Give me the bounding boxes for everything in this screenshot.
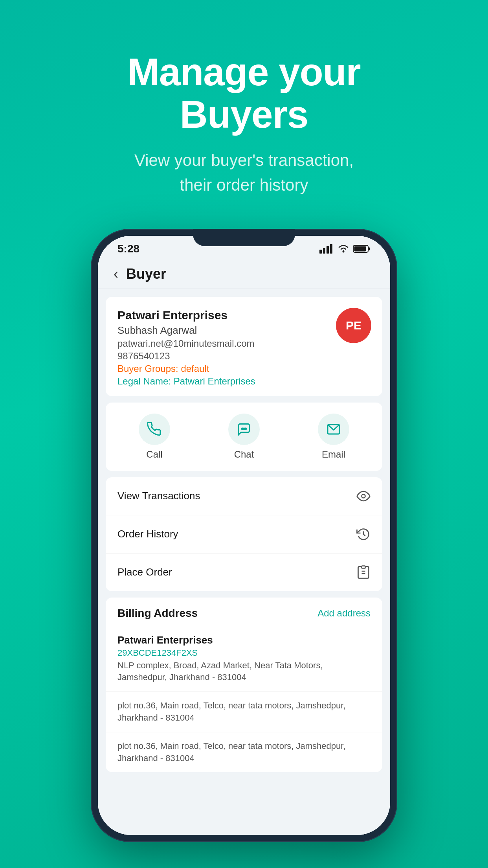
main-title: Manage your Buyers <box>0 51 488 136</box>
header-section: Manage your Buyers View your buyer's tra… <box>0 0 488 221</box>
svg-point-4 <box>343 250 345 252</box>
svg-point-8 <box>242 428 243 429</box>
call-action[interactable]: Call <box>139 414 170 460</box>
chat-icon-circle <box>228 414 260 445</box>
wifi-icon <box>338 244 349 254</box>
address-text-1: NLP complex, Broad, Azad Market, Near Ta… <box>117 660 371 684</box>
phone-screen: 5:28 <box>98 236 390 835</box>
address-item-3: plot no.36, Main road, Telco, near tata … <box>106 732 382 772</box>
svg-point-10 <box>245 428 246 429</box>
status-time: 5:28 <box>117 243 139 255</box>
phone-icon <box>147 422 161 436</box>
address-item-2: plot no.36, Main road, Telco, near tata … <box>106 691 382 732</box>
buyer-legal: Legal Name: Patwari Enterprises <box>117 376 371 387</box>
view-transactions-item[interactable]: View Transactions <box>106 477 382 515</box>
billing-header: Billing Address Add address <box>106 598 382 626</box>
svg-rect-2 <box>327 246 329 254</box>
address-code-1: 29XBCDE1234F2XS <box>117 648 371 658</box>
phone-notch <box>193 229 295 246</box>
avatar: PE <box>336 308 371 343</box>
chat-icon <box>237 422 251 436</box>
place-order-label: Place Order <box>117 566 172 578</box>
chat-action[interactable]: Chat <box>228 414 260 460</box>
svg-rect-7 <box>354 246 366 251</box>
phone-frame: 5:28 <box>91 229 397 842</box>
subtitle: View your buyer's transaction, their ord… <box>0 148 488 197</box>
svg-rect-1 <box>323 248 325 254</box>
buyer-person: Subhash Agarwal <box>117 324 371 337</box>
svg-rect-6 <box>368 247 370 250</box>
buyer-name: Patwari Enterprises <box>117 309 371 322</box>
page-title: Buyer <box>126 266 166 282</box>
clipboard-icon <box>356 565 371 579</box>
order-history-item[interactable]: Order History <box>106 515 382 554</box>
call-icon-circle <box>139 414 170 445</box>
buyer-phone: 9876540123 <box>117 351 371 362</box>
buyer-email: patwari.net@10minutesmail.com <box>117 338 371 349</box>
email-action[interactable]: Email <box>318 414 349 460</box>
place-order-item[interactable]: Place Order <box>106 554 382 591</box>
call-label: Call <box>146 449 162 460</box>
address-item-1: Patwari Enterprises 29XBCDE1234F2XS NLP … <box>106 626 382 692</box>
svg-point-9 <box>244 428 245 429</box>
buyer-card: PE Patwari Enterprises Subhash Agarwal p… <box>106 297 382 396</box>
svg-point-12 <box>362 494 365 498</box>
content-area: PE Patwari Enterprises Subhash Agarwal p… <box>98 289 390 835</box>
buyer-groups: Buyer Groups: default <box>117 363 371 374</box>
eye-icon <box>356 489 371 503</box>
phone-wrapper: 5:28 <box>0 229 488 842</box>
email-icon <box>327 422 341 436</box>
view-transactions-label: View Transactions <box>117 490 200 502</box>
svg-rect-0 <box>319 250 322 254</box>
svg-rect-3 <box>330 244 332 254</box>
chat-label: Chat <box>234 449 254 460</box>
history-icon <box>356 527 371 541</box>
address-text-2: plot no.36, Main road, Telco, near tata … <box>117 700 371 724</box>
status-icons <box>319 244 371 254</box>
menu-list: View Transactions Order History <box>106 477 382 591</box>
address-text-3: plot no.36, Main road, Telco, near tata … <box>117 740 371 765</box>
email-icon-circle <box>318 414 349 445</box>
billing-title: Billing Address <box>117 607 198 620</box>
battery-icon <box>353 245 371 253</box>
billing-section: Billing Address Add address Patwari Ente… <box>106 598 382 772</box>
order-history-label: Order History <box>117 528 178 540</box>
address-name-1: Patwari Enterprises <box>117 634 371 646</box>
nav-bar: ‹ Buyer <box>98 259 390 289</box>
back-button[interactable]: ‹ <box>114 266 118 282</box>
email-label: Email <box>322 449 345 460</box>
signal-icon <box>319 244 334 254</box>
action-row: Call Chat <box>106 403 382 471</box>
svg-rect-13 <box>362 566 365 568</box>
add-address-button[interactable]: Add address <box>317 608 371 619</box>
